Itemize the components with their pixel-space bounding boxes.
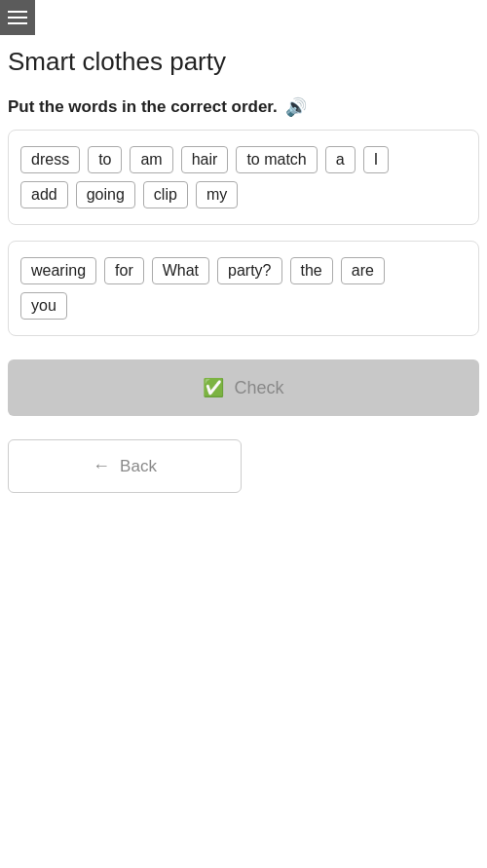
- word-row: you: [20, 292, 467, 320]
- back-button[interactable]: ← Back: [8, 439, 242, 493]
- word-chip[interactable]: you: [20, 292, 67, 320]
- menu-bar-2: [8, 17, 27, 19]
- word-chip[interactable]: the: [290, 257, 333, 284]
- word-chip[interactable]: to match: [236, 146, 317, 173]
- word-chip[interactable]: a: [325, 146, 356, 173]
- word-chip[interactable]: dress: [20, 146, 80, 173]
- word-chip[interactable]: am: [130, 146, 172, 173]
- word-chip[interactable]: my: [196, 181, 238, 208]
- instruction-text: Put the words in the correct order.: [8, 97, 278, 117]
- page-title: Smart clothes party: [0, 35, 487, 96]
- word-chip[interactable]: clip: [143, 181, 188, 208]
- word-row: dresstoamhairto matchaI: [20, 146, 467, 173]
- word-row: wearingforWhatparty?theare: [20, 257, 467, 284]
- word-chip[interactable]: to: [88, 146, 122, 173]
- word-group-2: wearingforWhatparty?theare you: [8, 241, 479, 336]
- word-chip[interactable]: are: [341, 257, 385, 284]
- menu-bar-3: [8, 22, 27, 24]
- menu-bar-1: [8, 11, 27, 13]
- word-chip[interactable]: What: [152, 257, 209, 284]
- check-label: Check: [234, 378, 283, 398]
- back-arrow-icon: ←: [93, 456, 110, 476]
- word-chip[interactable]: add: [20, 181, 68, 208]
- audio-icon[interactable]: 🔊: [285, 96, 307, 118]
- word-chip[interactable]: I: [363, 146, 389, 173]
- check-icon: ✅: [203, 377, 224, 398]
- check-button[interactable]: ✅ Check: [8, 359, 479, 416]
- word-chip[interactable]: party?: [217, 257, 281, 284]
- word-row: addgoingclipmy: [20, 181, 467, 208]
- back-label: Back: [120, 457, 157, 476]
- word-chip[interactable]: wearing: [20, 257, 96, 284]
- word-chip[interactable]: hair: [181, 146, 229, 173]
- word-chip[interactable]: going: [76, 181, 135, 208]
- word-group-1: dresstoamhairto matchaI addgoingclipmy: [8, 130, 479, 225]
- menu-button[interactable]: [0, 0, 35, 35]
- word-chip[interactable]: for: [104, 257, 144, 284]
